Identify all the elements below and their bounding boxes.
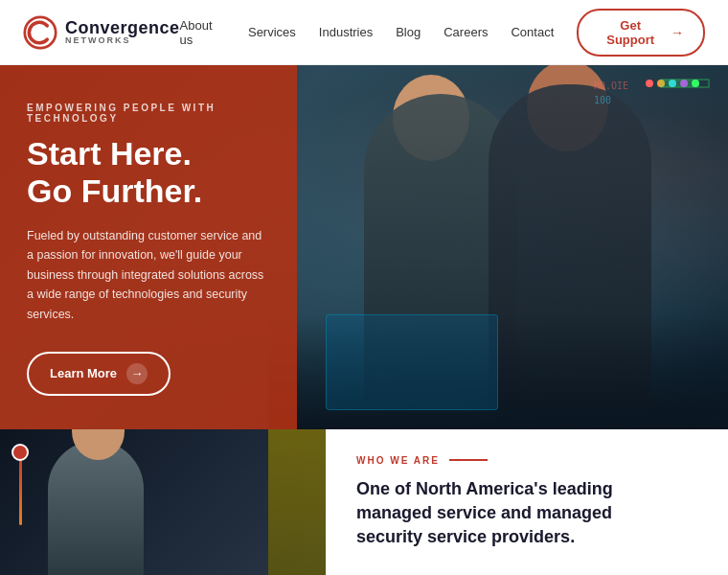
svg-text:HO.OIE: HO.OIE xyxy=(594,80,628,91)
logo-subtitle: NETWORKS xyxy=(65,36,180,45)
who-we-are-title: One of North America's leading managed s… xyxy=(356,477,697,550)
yellow-wall-accent xyxy=(268,429,326,575)
nav-blog[interactable]: Blog xyxy=(396,25,421,39)
monitor-hud: HO.OIE 100 xyxy=(594,75,718,123)
main-nav: About us Services Industries Blog Career… xyxy=(180,9,705,57)
learn-more-button[interactable]: Learn More → xyxy=(27,352,171,396)
nav-about[interactable]: About us xyxy=(180,18,225,47)
svg-text:100: 100 xyxy=(594,95,611,105)
logo-icon xyxy=(23,15,57,50)
arrow-icon: → xyxy=(671,25,684,40)
logo[interactable]: Convergence NETWORKS xyxy=(23,15,180,50)
site-header: Convergence NETWORKS About us Services I… xyxy=(0,0,728,65)
hero-description: Fueled by outstanding customer service a… xyxy=(27,226,266,325)
below-hero-image xyxy=(0,429,326,575)
learn-more-label: Learn More xyxy=(50,366,117,380)
below-left-background xyxy=(0,429,326,575)
hero-title-line1: Start Here. xyxy=(27,135,192,172)
nav-careers[interactable]: Careers xyxy=(444,25,488,39)
below-hero-content: WHO WE ARE One of North America's leadin… xyxy=(326,429,728,575)
hero-people-area: HO.OIE 100 xyxy=(268,65,728,429)
nav-industries[interactable]: Industries xyxy=(319,25,373,39)
who-we-are-text: WHO WE ARE xyxy=(356,455,440,466)
below-person-silhouette xyxy=(48,441,144,575)
hero-eyebrow: EMPOWERING PEOPLE WITH TECHNOLOGY xyxy=(27,103,266,124)
logo-title: Convergence xyxy=(65,19,180,36)
nav-contact[interactable]: Contact xyxy=(511,25,554,39)
get-support-button[interactable]: Get Support → xyxy=(577,9,705,57)
below-hero-section: WHO WE ARE One of North America's leadin… xyxy=(0,429,728,575)
who-we-are-title-line2: managed service and managed xyxy=(356,503,612,522)
logo-text: Convergence NETWORKS xyxy=(65,19,180,45)
hero-title-line2: Go Further. xyxy=(27,172,202,209)
nav-services[interactable]: Services xyxy=(248,25,296,39)
who-we-are-label: WHO WE ARE xyxy=(356,455,697,466)
accent-circle xyxy=(11,444,29,461)
who-we-are-line xyxy=(449,459,488,461)
hero-title: Start Here. Go Further. xyxy=(27,135,266,210)
learn-more-arrow-icon: → xyxy=(126,363,148,384)
who-we-are-title-line1: One of North America's leading xyxy=(356,479,613,498)
hero-section: HO.OIE 100 EMPOWERING PEOPLE WITH TECHNO… xyxy=(0,65,728,429)
svg-rect-4 xyxy=(661,80,694,87)
who-we-are-title-line3: security service providers. xyxy=(356,527,575,546)
hero-overlay-box: EMPOWERING PEOPLE WITH TECHNOLOGY Start … xyxy=(0,65,297,429)
screen-glow xyxy=(326,314,498,410)
